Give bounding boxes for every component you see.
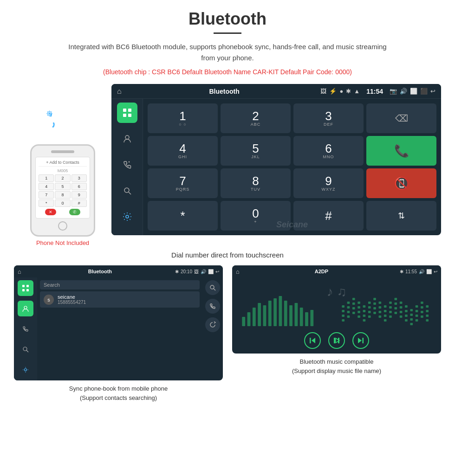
svg-rect-33 [347,302,350,304]
pb-back-icon[interactable]: ↩ [215,269,219,274]
music-home-icon[interactable]: ⌂ [236,268,240,275]
dial-key-4[interactable]: 4 GHI [148,136,218,166]
music-vol-icon: 🔊 [419,269,424,274]
dial-num-9: 9 [325,175,332,187]
svg-rect-38 [373,298,376,300]
dial-key-swap[interactable]: ⇅ [366,201,436,231]
music-next-button[interactable] [352,332,369,349]
phone-end-button[interactable]: ✕ [45,209,56,215]
svg-rect-51 [352,302,355,305]
svg-point-5 [124,188,129,193]
dial-key-hangup[interactable]: 📵 [366,168,436,198]
page-title: Bluetooth [0,0,455,32]
phone-key-0[interactable]: 0 [55,199,70,207]
dial-key-hash[interactable]: # [293,201,364,231]
car-back-icon[interactable]: ↩ [430,88,436,95]
svg-rect-35 [358,302,360,304]
phone-key-hash[interactable]: # [72,199,87,207]
music-prev-button[interactable] [304,332,321,349]
phone-key-9[interactable]: 9 [72,191,87,199]
phone-home-button[interactable] [58,221,67,231]
svg-point-7 [126,215,129,218]
phone-key-8[interactable]: 8 [55,191,70,199]
pb-sidebar-apps[interactable] [18,280,33,296]
dial-num-2: 2 [252,110,259,122]
svg-rect-50 [347,306,350,309]
music-time: 11:55 [405,269,417,274]
dial-key-backspace[interactable]: ⌫ [366,103,436,133]
music-back-icon[interactable]: ↩ [434,269,437,274]
sidebar-icon-contacts[interactable] [117,129,137,149]
pb-sidebar-search[interactable] [18,341,33,357]
car-clock: 11:54 [366,88,383,95]
music-screen: ⌂ A2DP ✱ 11:55 🔊 ⬜ ↩ ♪ ♫ [232,265,441,354]
sidebar-icon-search[interactable] [117,180,137,201]
svg-rect-71 [368,311,371,313]
phone-key-1[interactable]: 1 [39,174,54,182]
dial-num-5: 5 [252,142,259,154]
dial-letters-7: PQRS [176,187,190,192]
svg-rect-28 [294,303,298,326]
sidebar-icon-apps[interactable] [117,103,137,123]
swap-icon: ⇅ [398,211,405,221]
dial-key-6[interactable]: 6 MNO [293,136,364,166]
phone-key-star[interactable]: * [39,199,54,207]
phone-speaker [51,150,74,153]
car-home-icon[interactable] [117,87,122,96]
phone-call-button[interactable]: ✆ [69,209,80,215]
caption-music: Bluetooth music compatible(Support displ… [232,357,441,375]
sidebar-icon-settings[interactable] [117,206,137,227]
pb-refresh-button[interactable] [205,317,220,332]
svg-rect-2 [123,114,126,117]
pb-sidebar-contacts[interactable] [18,301,33,316]
dial-letters-2: ABC [251,122,261,127]
phonebook-search[interactable]: Search [40,280,200,289]
svg-rect-60 [400,306,403,309]
dial-key-2[interactable]: 2 ABC [221,103,291,133]
dial-key-9[interactable]: 9 WXYZ [293,168,364,198]
svg-rect-21 [258,303,261,326]
svg-rect-67 [347,311,350,313]
phonebook-home-icon[interactable]: ⌂ [18,268,21,275]
svg-rect-99 [426,319,429,322]
svg-rect-90 [379,315,382,318]
svg-rect-94 [400,315,403,318]
dial-num-8: 8 [252,175,259,187]
caption-phonebook-sub: (Support contacts searching) [80,394,157,401]
dial-key-star[interactable]: * [148,201,218,231]
dial-key-5[interactable]: 5 JKL [221,136,291,166]
svg-rect-82 [426,315,429,317]
phone-key-4[interactable]: 4 [39,183,54,190]
phone-key-3[interactable]: 3 [72,174,87,182]
phonebook-contact-row[interactable]: s seicane 15885554271 [40,291,200,308]
pb-call-button[interactable] [205,299,220,314]
svg-rect-31 [310,310,313,326]
sidebar-icon-calls[interactable] [117,154,137,175]
phonebook-statusbar: ⌂ Bluetooth ✱ 20:10 🖼 🔊 ⬜ ↩ [14,265,223,277]
svg-rect-59 [394,302,397,305]
dial-key-7[interactable]: 7 PQRS [148,168,218,198]
svg-rect-78 [405,315,408,317]
pb-search-button[interactable] [205,280,220,295]
pb-sidebar-calls[interactable] [18,321,33,337]
svg-rect-42 [394,298,397,300]
dial-key-1[interactable]: 1 ○ ○ [148,103,218,133]
dial-key-3[interactable]: 3 DEF [293,103,364,133]
phone-key-7[interactable]: 7 [39,191,54,199]
dial-key-0[interactable]: 0 + [221,201,291,231]
phonebook-sidebar [14,277,37,380]
bottom-section: ⌂ Bluetooth ✱ 20:10 🖼 🔊 ⬜ ↩ [0,265,455,412]
dial-letters-1: ○ ○ [179,122,186,127]
phone-key-2[interactable]: 2 [55,174,70,182]
phone-key-6[interactable]: 6 [72,183,87,190]
music-play-button[interactable] [328,332,345,349]
svg-line-6 [129,192,131,194]
title-underline [214,32,241,34]
dial-num-3: 3 [325,110,332,122]
phone-key-5[interactable]: 5 [55,183,70,190]
svg-rect-80 [416,315,418,317]
pb-sidebar-settings[interactable] [18,362,33,378]
dial-key-8[interactable]: 8 TUV [221,168,291,198]
dial-num-star: * [180,210,185,222]
dial-key-call[interactable]: 📞 [366,136,436,166]
